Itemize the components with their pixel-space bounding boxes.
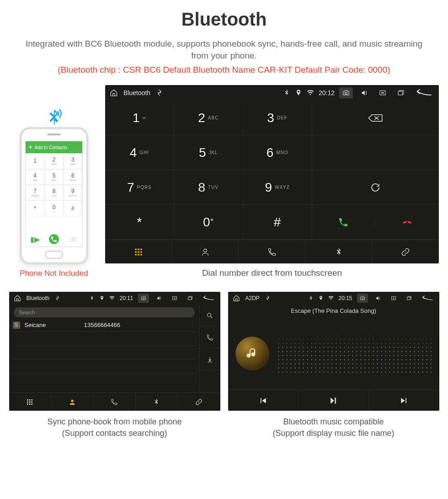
recent-apps-icon[interactable] bbox=[185, 294, 196, 303]
dial-key-3[interactable]: 3DEF bbox=[243, 101, 312, 135]
tab-bluetooth[interactable] bbox=[305, 240, 372, 263]
tab-pairing[interactable] bbox=[372, 240, 439, 263]
volume-icon[interactable] bbox=[373, 294, 384, 303]
phone-caption: Phone Not Included bbox=[20, 269, 88, 278]
phone-key-7[interactable]: 7PQRS bbox=[26, 185, 44, 200]
bottom-tabs bbox=[105, 240, 439, 263]
download-button[interactable] bbox=[199, 349, 220, 370]
screenshot-icon[interactable] bbox=[357, 294, 368, 303]
empty-row bbox=[312, 135, 439, 170]
tab-call-log[interactable] bbox=[239, 240, 305, 263]
status-time: 20:15 bbox=[338, 295, 352, 301]
next-button[interactable] bbox=[369, 390, 439, 411]
phone-key-*[interactable]: * bbox=[26, 200, 44, 216]
status-bar: Bluetooth 20:12 bbox=[105, 85, 439, 101]
music-caption: Bluetooth music compatible (Support disp… bbox=[272, 416, 394, 439]
phone-key-6[interactable]: 6MNO bbox=[64, 169, 82, 185]
wifi-icon bbox=[307, 89, 314, 97]
phone-key-0[interactable]: 0+ bbox=[44, 200, 63, 216]
phone-contacts-bar: + Add to Contacts bbox=[26, 141, 82, 153]
wifi-icon bbox=[328, 295, 334, 301]
album-art-icon bbox=[235, 337, 269, 370]
phone-key-#[interactable]: # bbox=[64, 200, 82, 216]
phone-key-1[interactable]: 1 bbox=[26, 153, 44, 169]
dial-key-0[interactable]: 0+ bbox=[174, 205, 243, 240]
dial-key-#[interactable]: # bbox=[243, 205, 312, 240]
dial-key-5[interactable]: 5JKL bbox=[174, 135, 243, 170]
volume-icon[interactable] bbox=[357, 87, 371, 98]
description: Integrated with BC6 Bluetooth module, su… bbox=[18, 38, 430, 61]
status-time: 20:12 bbox=[319, 89, 335, 97]
tab-dialpad[interactable] bbox=[105, 240, 172, 263]
close-app-icon[interactable] bbox=[169, 294, 180, 303]
phone-key-8[interactable]: 8TUV bbox=[44, 185, 63, 200]
phone-key-4[interactable]: 4GHI bbox=[26, 169, 44, 185]
location-icon bbox=[318, 295, 324, 301]
phone-mockup: + Add to Contacts 12ABC3DEF4GHI5JKL6MNO7… bbox=[20, 127, 88, 264]
search-button[interactable] bbox=[199, 305, 220, 327]
previous-button[interactable] bbox=[228, 390, 299, 411]
bottom-tabs bbox=[9, 392, 220, 411]
tab-call-log[interactable] bbox=[93, 393, 135, 411]
phone-backspace-icon bbox=[64, 232, 82, 247]
hangup-button[interactable] bbox=[375, 217, 439, 228]
phone-key-2[interactable]: 2ABC bbox=[44, 153, 63, 169]
home-icon[interactable] bbox=[14, 295, 21, 302]
wifi-icon bbox=[109, 295, 115, 301]
usb-icon bbox=[265, 295, 271, 301]
dial-keypad: 1∞2ABC3DEF4GHI5JKL6MNO7PQRS8TUV9WXYZ*0+# bbox=[105, 101, 312, 240]
usb-icon bbox=[55, 295, 60, 301]
page-title: Bluetooth bbox=[8, 9, 440, 30]
call-button[interactable] bbox=[312, 217, 376, 228]
tab-contacts[interactable] bbox=[172, 240, 239, 263]
backspace-button[interactable] bbox=[312, 101, 439, 135]
recent-apps-icon[interactable] bbox=[404, 294, 415, 303]
dial-key-1[interactable]: 1∞ bbox=[105, 101, 174, 135]
bluetooth-icon bbox=[308, 295, 314, 301]
empty-side bbox=[199, 370, 220, 392]
plus-icon: + bbox=[28, 144, 32, 151]
empty-row bbox=[13, 359, 196, 373]
phone-key-9[interactable]: 9WXYZ bbox=[64, 185, 82, 200]
home-icon[interactable] bbox=[110, 89, 118, 97]
tab-dialpad[interactable] bbox=[9, 393, 51, 411]
dial-key-7[interactable]: 7PQRS bbox=[105, 170, 174, 205]
status-time: 20:11 bbox=[119, 295, 133, 301]
status-bar: Bluetooth 20:11 bbox=[9, 292, 220, 305]
phone-video-call-icon: ▮▶ bbox=[26, 232, 44, 247]
contact-row[interactable]: S Seicane 13566664466 bbox=[13, 318, 196, 332]
phone-key-5[interactable]: 5JKL bbox=[44, 169, 63, 185]
tab-contacts[interactable] bbox=[51, 393, 93, 411]
back-icon[interactable] bbox=[419, 294, 435, 303]
bluetooth-icon bbox=[283, 89, 290, 97]
close-app-icon[interactable] bbox=[376, 87, 389, 98]
volume-icon[interactable] bbox=[154, 294, 165, 303]
screenshot-icon[interactable] bbox=[138, 294, 149, 303]
call-button[interactable] bbox=[199, 327, 220, 349]
dial-key-*[interactable]: * bbox=[105, 205, 174, 240]
location-icon bbox=[295, 89, 302, 97]
refresh-button[interactable] bbox=[312, 170, 439, 205]
home-icon[interactable] bbox=[233, 295, 240, 302]
back-icon[interactable] bbox=[200, 294, 216, 303]
close-app-icon[interactable] bbox=[388, 294, 399, 303]
dial-key-2[interactable]: 2ABC bbox=[174, 101, 243, 135]
empty-row bbox=[13, 373, 196, 387]
play-pause-button[interactable] bbox=[299, 390, 369, 411]
search-input[interactable]: Search bbox=[14, 307, 195, 317]
dial-key-4[interactable]: 4GHI bbox=[105, 135, 174, 170]
headunit-phonebook: Bluetooth 20:11 Search bbox=[9, 292, 220, 411]
visualizer bbox=[277, 333, 432, 374]
screenshot-icon[interactable] bbox=[339, 87, 353, 98]
phone-key-3[interactable]: 3DEF bbox=[64, 153, 82, 169]
back-icon[interactable] bbox=[412, 87, 434, 98]
tab-pairing[interactable] bbox=[178, 393, 220, 411]
status-title: Bluetooth bbox=[27, 295, 50, 301]
dial-key-8[interactable]: 8TUV bbox=[174, 170, 243, 205]
phone-call-button[interactable] bbox=[49, 234, 59, 244]
dial-key-9[interactable]: 9WXYZ bbox=[243, 170, 312, 205]
dial-key-6[interactable]: 6MNO bbox=[243, 135, 312, 170]
recent-apps-icon[interactable] bbox=[394, 87, 408, 98]
tab-bluetooth[interactable] bbox=[136, 393, 178, 411]
empty-row bbox=[13, 332, 196, 346]
